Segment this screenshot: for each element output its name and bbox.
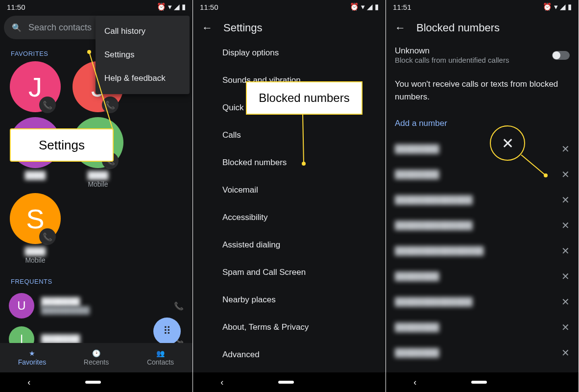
favorite-contact[interactable]: S📞 ████ Mobile: [4, 193, 67, 264]
wifi-icon: ▾: [554, 2, 558, 11]
remove-icon[interactable]: ✕: [561, 220, 570, 231]
phone-screen-blocked: 11:51 ⏰ ▾ ◢ ▮ ← Blocked numbers Unknown …: [386, 0, 579, 392]
setting-voicemail[interactable]: Voicemail: [193, 176, 386, 204]
tab-favorites[interactable]: ★Favorites: [0, 343, 64, 372]
battery-icon: ▮: [182, 2, 186, 11]
add-number-button[interactable]: Add a number: [395, 116, 570, 136]
blocked-entry: ████████✕: [395, 162, 570, 187]
blocked-entry: ████████✕: [395, 315, 570, 340]
phone-screen-settings: 11:50 ⏰ ▾ ◢ ▮ ← Settings Display options…: [193, 0, 386, 392]
setting-spam[interactable]: Spam and Call Screen: [193, 259, 386, 286]
callout-blocked-numbers: Blocked numbers: [246, 81, 362, 115]
back-icon[interactable]: ‹: [413, 377, 416, 388]
remove-icon[interactable]: ✕: [561, 194, 570, 206]
home-pill[interactable]: [85, 381, 101, 384]
setting-nearby[interactable]: Nearby places: [193, 286, 386, 314]
setting-display-options[interactable]: Display options: [193, 39, 386, 67]
wifi-icon: ▾: [168, 2, 172, 11]
star-icon: ★: [29, 349, 35, 357]
blocked-entry: ██████████████✕: [395, 213, 570, 238]
status-icons: ⏰ ▾ ◢ ▮: [350, 2, 379, 11]
menu-help[interactable]: Help & feedback: [96, 67, 190, 90]
setting-calls[interactable]: Calls: [193, 122, 386, 149]
status-icons: ⏰ ▾ ◢ ▮: [157, 2, 186, 11]
signal-icon: ◢: [174, 2, 180, 11]
search-icon: 🔍: [12, 23, 22, 32]
setting-accessibility[interactable]: Accessibility: [193, 204, 386, 231]
remove-icon[interactable]: ✕: [561, 321, 570, 333]
status-bar: 11:50 ⏰ ▾ ◢ ▮: [193, 0, 386, 14]
contact-name: ███████: [41, 335, 167, 343]
remove-icon[interactable]: ✕: [561, 347, 570, 359]
callout-settings: Settings: [10, 128, 114, 162]
page-title: Blocked numbers: [416, 22, 500, 34]
battery-icon: ▮: [375, 2, 379, 11]
toggle-switch[interactable]: [552, 51, 570, 60]
contact-name: ████: [67, 171, 129, 179]
unknown-subtitle: Block calls from unidentified callers: [395, 56, 509, 64]
overflow-menu: Call history Settings Help & feedback: [96, 16, 190, 94]
battery-icon: ▮: [568, 2, 572, 11]
system-nav: ‹: [0, 372, 193, 392]
remove-icon[interactable]: ✕: [561, 169, 570, 180]
blocked-entry: ████████✕: [395, 340, 570, 366]
back-icon[interactable]: ←: [395, 22, 406, 34]
signal-icon: ◢: [367, 2, 373, 11]
menu-settings[interactable]: Settings: [96, 43, 190, 67]
home-pill[interactable]: [278, 381, 294, 384]
dialpad-fab[interactable]: ⠿: [153, 318, 181, 345]
blocked-entry: ██████████████✕: [395, 289, 570, 315]
tab-recents[interactable]: 🕑Recents: [64, 343, 128, 372]
remove-icon[interactable]: ✕: [561, 143, 570, 155]
clock: 11:50: [7, 3, 25, 11]
remove-icon[interactable]: ✕: [561, 245, 570, 257]
setting-advanced[interactable]: Advanced: [193, 341, 386, 368]
status-bar: 11:50 ⏰ ▾ ◢ ▮: [0, 0, 193, 14]
people-icon: 👥: [156, 349, 165, 357]
contact-name: ███████: [41, 297, 167, 306]
system-nav: ‹: [193, 372, 386, 392]
page-title: Settings: [223, 22, 263, 34]
setting-about[interactable]: About, Terms & Privacy: [193, 314, 386, 341]
remove-icon[interactable]: ✕: [561, 296, 570, 308]
unknown-toggle-row[interactable]: Unknown Block calls from unidentified ca…: [395, 39, 570, 69]
setting-assisted-dialing[interactable]: Assisted dialing: [193, 231, 386, 259]
phone-icon: 📞: [39, 228, 56, 245]
search-placeholder: Search contacts: [28, 23, 92, 33]
blocked-entry: ████████✕: [395, 264, 570, 289]
status-icons: ⏰ ▾ ◢ ▮: [543, 2, 572, 11]
tab-contacts[interactable]: 👥Contacts: [128, 343, 193, 372]
menu-call-history[interactable]: Call history: [96, 20, 190, 43]
blocked-note: You won't receive calls or texts from bl…: [395, 69, 570, 116]
system-nav: ‹: [386, 372, 579, 392]
favorite-contact[interactable]: J📞: [4, 61, 67, 112]
blocked-header: ← Blocked numbers: [386, 14, 579, 39]
signal-icon: ◢: [560, 2, 566, 11]
contact-name: ████: [4, 171, 67, 179]
phone-icon[interactable]: 📞: [174, 301, 184, 311]
bottom-tabs: ★Favorites 🕑Recents 👥Contacts: [0, 343, 193, 372]
blocked-entry: ██████████████✕: [395, 187, 570, 213]
back-icon[interactable]: ‹: [27, 377, 30, 388]
callout-remove-x: ✕: [490, 125, 525, 161]
back-icon[interactable]: ←: [202, 22, 213, 34]
clock: 11:51: [393, 3, 411, 11]
avatar: S📞: [10, 193, 61, 244]
back-icon[interactable]: ‹: [220, 377, 223, 388]
contact-type: Mobile: [4, 256, 67, 264]
alarm-icon: ⏰: [350, 2, 359, 11]
unknown-title: Unknown: [395, 46, 509, 56]
avatar: J📞: [10, 61, 61, 112]
phone-icon: 📞: [39, 97, 56, 113]
alarm-icon: ⏰: [157, 2, 166, 11]
remove-icon[interactable]: ✕: [561, 270, 570, 282]
clock: 11:50: [200, 3, 218, 11]
contact-type: Mobile: [67, 180, 129, 188]
frequents-header: FREQUENTS: [0, 269, 193, 289]
home-pill[interactable]: [471, 381, 487, 384]
clock-icon: 🕑: [92, 349, 100, 357]
wifi-icon: ▾: [361, 2, 365, 11]
phone-icon: 📞: [102, 97, 119, 113]
setting-blocked-numbers[interactable]: Blocked numbers: [193, 149, 386, 176]
phone-screen-contacts: 11:50 ⏰ ▾ ◢ ▮ 🔍 Search contacts Call his…: [0, 0, 193, 392]
